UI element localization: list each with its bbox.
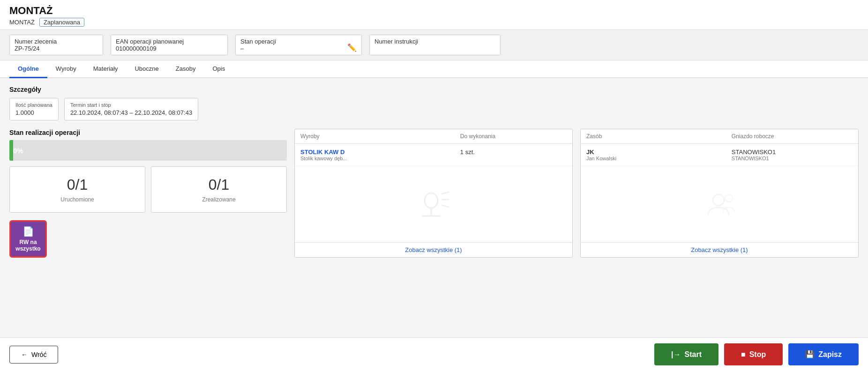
- wyroby-see-all[interactable]: Zobacz wszystkie (1): [295, 242, 572, 257]
- product-name: STOLIK KAW D: [300, 148, 460, 156]
- svg-point-6: [713, 194, 724, 206]
- page-subtitle: MONTAŻ: [9, 19, 35, 26]
- zapisz-button[interactable]: 💾 Zapisz: [788, 343, 859, 365]
- zasob-panel: Zasób Gniazdo robocze JK Jan Kowalski ST…: [580, 129, 859, 258]
- stan-realizacji-title: Stan realizacji operacji: [9, 129, 287, 136]
- status-badge: Zaplanowana: [39, 18, 84, 27]
- start-label: Start: [685, 350, 702, 359]
- zrealizowane-label: Zrealizowane: [156, 196, 282, 203]
- wyroby-header: Wyroby Do wykonania: [295, 129, 572, 144]
- wyroby-placeholder-icon: [295, 166, 572, 242]
- zapisz-label: Zapisz: [818, 350, 842, 359]
- bottom-bar: ← Wróć |→ Start ■ Stop 💾 Zapisz: [0, 337, 868, 371]
- wyroby-row: STOLIK KAW D Stolik kawowy dęb... 1 szt.: [295, 144, 572, 166]
- stan-label: Stan operacji: [240, 38, 276, 45]
- ean-label: EAN operacji planowanej: [116, 38, 184, 45]
- rw-na-wszystko-button[interactable]: 📄 RW na wszystko: [9, 220, 47, 258]
- uruchomione-label: Uruchomione: [15, 196, 140, 203]
- zasob-row: JK Jan Kowalski STANOWISKO1 STANOWISKO1: [581, 144, 858, 166]
- uruchomione-value: 0/1: [15, 176, 140, 193]
- main-content: Szczegóły Ilość planowana 1.0000 Termin …: [0, 78, 868, 337]
- counters-row: 0/1 Uruchomione 0/1 Zrealizowane: [9, 166, 287, 213]
- gniazdro-sub: STANOWISKO1: [732, 156, 853, 161]
- progress-bar-container: 0%: [9, 140, 287, 161]
- tab-materialy[interactable]: Materiały: [85, 60, 127, 78]
- ean-value: 010000000109: [116, 45, 223, 52]
- numer-zlecenia-value: ZP-75/24: [15, 45, 98, 52]
- stan-field: Stan operacji – ✏️: [235, 35, 362, 55]
- zasob-cell-name: JK Jan Kowalski: [586, 148, 732, 161]
- svg-point-7: [725, 194, 733, 202]
- stop-label: Stop: [749, 350, 766, 359]
- szczegoly-row: Ilość planowana 1.0000 Termin start i st…: [9, 98, 859, 120]
- svg-point-0: [425, 193, 438, 208]
- wyroby-col2-header: Do wykonania: [460, 133, 567, 140]
- wyroby-col1-header: Wyroby: [300, 133, 460, 140]
- numer-instrukcji-field: Numer instrukcji: [369, 35, 501, 55]
- wyroby-cell-name: STOLIK KAW D Stolik kawowy dęb...: [300, 148, 460, 161]
- szczegoly-title: Szczegóły: [9, 86, 859, 93]
- tab-opis[interactable]: Opis: [204, 60, 233, 78]
- stop-icon: ■: [741, 350, 746, 359]
- start-icon: |→: [671, 350, 681, 359]
- ilosc-box: Ilość planowana 1.0000: [9, 98, 59, 120]
- tabs-row: Ogólne Wyroby Materiały Uboczne Zasoby O…: [0, 60, 868, 78]
- bottom-panels: Stan realizacji operacji 0% 0/1 Uruchomi…: [9, 129, 859, 258]
- zapisz-icon: 💾: [805, 350, 815, 359]
- stop-button[interactable]: ■ Stop: [724, 343, 783, 365]
- progress-text: 0%: [13, 147, 23, 155]
- ilosc-label: Ilość planowana: [15, 102, 52, 108]
- start-button[interactable]: |→ Start: [654, 343, 718, 365]
- numer-zlecenia-field: Numer zlecenia ZP-75/24: [9, 35, 103, 55]
- zasob-cell-gniazdro: STANOWISKO1 STANOWISKO1: [732, 148, 853, 161]
- stan-value: –: [240, 45, 276, 52]
- page-title: MONTAŻ: [9, 5, 859, 17]
- zrealizowane-box: 0/1 Zrealizowane: [151, 166, 287, 213]
- back-label: Wróć: [31, 351, 46, 358]
- zasob-sub: Jan Kowalski: [586, 156, 732, 161]
- tab-zasoby[interactable]: Zasoby: [167, 60, 204, 78]
- back-arrow-icon: ←: [21, 351, 28, 358]
- tab-wyroby[interactable]: Wyroby: [47, 60, 85, 78]
- zasob-col1-header: Zasób: [586, 133, 732, 140]
- ean-field: EAN operacji planowanej 010000000109: [111, 35, 228, 55]
- numer-zlecenia-label: Numer zlecenia: [15, 38, 57, 45]
- uruchomione-box: 0/1 Uruchomione: [9, 166, 145, 213]
- progress-bar-fill: [9, 140, 13, 161]
- zasob-header: Zasób Gniazdo robocze: [581, 129, 858, 144]
- termin-box: Termin start i stop 22.10.2024, 08:07:43…: [64, 98, 198, 120]
- fields-row: Numer zlecenia ZP-75/24 EAN operacji pla…: [0, 30, 868, 60]
- zasob-col2-header: Gniazdo robocze: [732, 133, 853, 140]
- rw-button-area: 📄 RW na wszystko: [9, 220, 287, 258]
- rw-label: RW na wszystko: [15, 239, 40, 252]
- wyroby-panel: Wyroby Do wykonania STOLIK KAW D Stolik …: [294, 129, 573, 258]
- gniazdro-name: STANOWISKO1: [732, 148, 853, 156]
- svg-line-3: [441, 192, 449, 194]
- product-sub: Stolik kawowy dęb...: [300, 156, 460, 161]
- wyroby-cell-do-wykonania: 1 szt.: [460, 148, 567, 156]
- tab-uboczne[interactable]: Uboczne: [126, 60, 167, 78]
- top-header: MONTAŻ MONTAŻ Zaplanowana: [0, 0, 868, 30]
- ilosc-value: 1.0000: [15, 109, 52, 116]
- zasob-see-all[interactable]: Zobacz wszystkie (1): [581, 242, 858, 257]
- back-button[interactable]: ← Wróć: [9, 346, 58, 364]
- svg-line-5: [441, 205, 449, 207]
- zrealizowane-value: 0/1: [156, 176, 282, 193]
- termin-value: 22.10.2024, 08:07:43 – 22.10.2024, 08:07…: [70, 109, 192, 116]
- rw-icon: 📄: [22, 226, 34, 237]
- tab-ogolne[interactable]: Ogólne: [9, 60, 47, 78]
- action-buttons: |→ Start ■ Stop 💾 Zapisz: [654, 343, 859, 365]
- termin-label: Termin start i stop: [70, 102, 192, 108]
- stan-realizacji-panel: Stan realizacji operacji 0% 0/1 Uruchomi…: [9, 129, 287, 258]
- edit-stan-icon[interactable]: ✏️: [347, 43, 357, 52]
- numer-instrukcji-label: Numer instrukcji: [374, 38, 418, 45]
- zasob-name: JK: [586, 148, 732, 156]
- zasob-placeholder-icon: [581, 166, 858, 242]
